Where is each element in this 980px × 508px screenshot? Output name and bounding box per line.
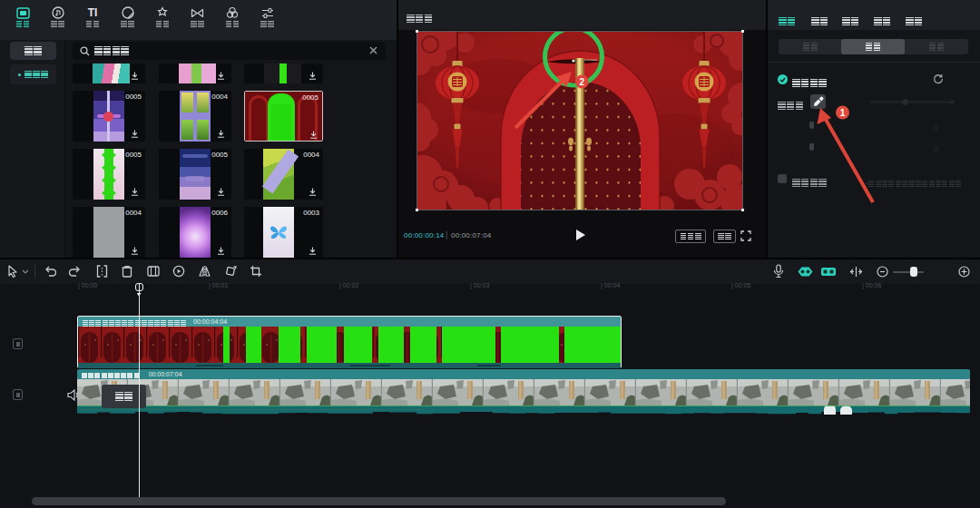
svg-text:2: 2 bbox=[580, 77, 585, 87]
svg-text:1: 1 bbox=[840, 108, 846, 118]
